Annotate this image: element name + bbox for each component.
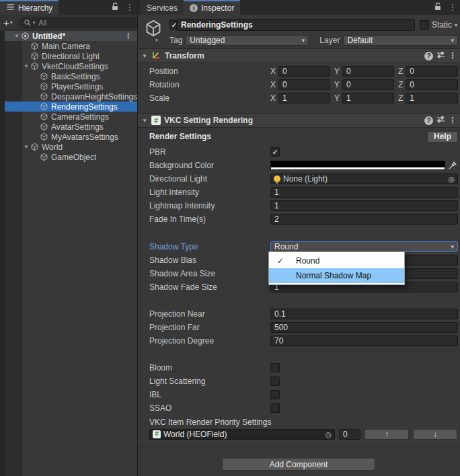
foldout-icon[interactable]: ▼ — [22, 142, 30, 152]
panel-divider[interactable] — [137, 0, 138, 476]
color-swatch[interactable] — [270, 161, 445, 170]
projection-degree-row: Projection Degree 70 — [138, 334, 460, 348]
ssao-checkbox[interactable] — [270, 403, 280, 413]
tree-item-main-camera[interactable]: Main Camera — [5, 41, 137, 51]
layer-dropdown[interactable]: Default ▾ — [343, 35, 458, 46]
lock-icon[interactable] — [110, 1, 120, 13]
rotation-z-field[interactable]: 0 — [406, 79, 458, 90]
tree-item-basicsettings[interactable]: BasicSettings — [5, 71, 137, 81]
shadow-type-dropdown[interactable]: Round ▾ — [270, 241, 458, 252]
menu-item-round[interactable]: ✓ Round — [269, 253, 404, 268]
menu-item-normal-shadow-map[interactable]: Normal Shadow Map — [269, 268, 404, 283]
tree-item-world[interactable]: ▼ World — [5, 142, 137, 152]
inspector-tabbar: Services i Inspector ⋮ — [138, 0, 460, 15]
static-checkbox[interactable] — [420, 20, 429, 30]
object-picker-icon[interactable]: ◎ — [325, 431, 332, 438]
position-z-field[interactable]: 0 — [406, 66, 458, 77]
gameobject-icon-caret[interactable]: ▾ — [155, 38, 158, 43]
scale-z-field[interactable]: 1 — [406, 93, 458, 104]
unity-scene-icon — [21, 32, 30, 40]
tree-item-camerasettings[interactable]: CameraSettings — [5, 112, 137, 122]
directional-light-row: Directional Light None (Light) ◎ — [138, 172, 460, 186]
create-caret-icon: ▾ — [10, 20, 13, 26]
tree-item-myavatarssettings[interactable]: MyAvatarsSettings — [5, 132, 137, 142]
gameobject-name-field[interactable]: RenderingSettings — [176, 19, 415, 31]
bloom-row: Bloom — [138, 361, 460, 374]
chevron-down-icon: ▾ — [451, 36, 454, 45]
projection-degree-field[interactable]: 70 — [270, 335, 458, 346]
hierarchy-tabbar: Hierarchy ⋮ — [0, 0, 137, 15]
tag-label: Tag — [169, 36, 182, 45]
directional-light-object-field[interactable]: None (Light) ◎ — [270, 173, 458, 184]
fade-in-time-field[interactable]: 2 — [270, 214, 458, 225]
tree-item-playersettings[interactable]: PlayerSettings — [5, 81, 137, 91]
unity-editor-window: Hierarchy ⋮ + ▾ ▾ — [0, 0, 460, 476]
rotation-y-field[interactable]: 0 — [342, 79, 394, 90]
help-button[interactable]: Help — [427, 131, 458, 143]
tab-services[interactable]: Services — [141, 0, 184, 15]
panel-menu-icon[interactable]: ⋮ — [449, 3, 457, 11]
gameobject-cube-icon — [40, 153, 48, 161]
vkc-component-header[interactable]: ▼ # VKC Setting Rendering ? ⋮ — [138, 113, 460, 128]
pbr-checkbox[interactable]: ✓ — [270, 147, 280, 157]
ibl-checkbox[interactable] — [270, 390, 280, 399]
foldout-icon[interactable]: ▼ — [141, 53, 148, 59]
tree-item-gameobject[interactable]: GameObject — [5, 152, 137, 162]
scene-menu-icon[interactable]: ⋮ — [124, 32, 132, 40]
gameobject-cube-icon — [40, 132, 48, 141]
component-menu-icon[interactable]: ⋮ — [449, 52, 457, 60]
gameobject-icon[interactable] — [144, 19, 163, 38]
create-button[interactable]: + ▾ — [3, 17, 13, 28]
help-icon[interactable]: ? — [424, 116, 433, 125]
lock-icon[interactable] — [433, 1, 443, 13]
transform-header[interactable]: ▼ Transform ? ⋮ — [138, 48, 460, 63]
eyedropper-icon[interactable] — [447, 160, 458, 171]
scale-y-field[interactable]: 1 — [342, 93, 394, 104]
projection-near-field[interactable]: 0.1 — [270, 309, 458, 319]
info-icon: i — [190, 4, 198, 12]
tree-item-despawnheightsettings[interactable]: DespawnHeightSettings — [5, 91, 137, 102]
move-down-button[interactable]: ↓ — [413, 429, 457, 440]
position-x-field[interactable]: 0 — [278, 66, 330, 77]
inspector-panel: Services i Inspector ⋮ ▾ ✓ RenderingSett… — [138, 0, 460, 476]
bloom-checkbox[interactable] — [270, 363, 280, 372]
scale-x-field[interactable]: 1 — [278, 93, 330, 104]
hierarchy-search[interactable]: ▾ — [19, 17, 141, 28]
light-intensity-field[interactable]: 1 — [270, 187, 458, 198]
tree-item-directional-light[interactable]: Directional Light — [5, 51, 137, 61]
object-picker-icon[interactable]: ◎ — [448, 175, 455, 183]
move-up-button[interactable]: ↑ — [365, 429, 409, 440]
presets-icon[interactable] — [436, 115, 445, 126]
tab-inspector[interactable]: i Inspector — [184, 0, 240, 15]
tab-hierarchy[interactable]: Hierarchy — [0, 0, 59, 15]
foldout-icon[interactable]: ▼ — [141, 118, 148, 124]
tree-item-avatarsettings[interactable]: AvatarSettings — [5, 122, 137, 132]
gameobject-cube-icon — [40, 92, 48, 101]
foldout-icon[interactable]: ▼ — [13, 31, 21, 41]
foldout-icon[interactable]: ▼ — [22, 61, 30, 71]
priority-order-field[interactable]: 0 — [339, 429, 360, 440]
tree-item-renderingsettings[interactable]: RenderingSettings — [5, 102, 137, 112]
projection-far-field[interactable]: 500 — [270, 322, 458, 333]
component-menu-icon[interactable]: ⋮ — [449, 116, 457, 124]
add-component-button[interactable]: Add Component — [222, 458, 375, 471]
search-input[interactable] — [37, 18, 135, 28]
rotation-x-field[interactable]: 0 — [278, 79, 330, 90]
tree-item-vketcloudsettings[interactable]: ▼ VketCloudSettings — [5, 61, 137, 71]
layer-label: Layer — [319, 36, 340, 45]
panel-menu-icon[interactable]: ⋮ — [126, 3, 134, 11]
position-y-field[interactable]: 0 — [342, 66, 394, 77]
gameobject-cube-icon — [40, 122, 48, 131]
scene-row-untitled[interactable]: ▼ Untitled* ⋮ — [5, 31, 137, 41]
lightmap-intensity-field[interactable]: 1 — [270, 200, 458, 211]
help-icon[interactable]: ? — [424, 52, 433, 61]
check-icon: ✓ — [277, 256, 286, 266]
priority-object-field[interactable]: # World (HEOField) ◎ — [149, 429, 335, 440]
render-settings-heading: Render Settings — [149, 132, 211, 141]
tag-dropdown[interactable]: Untagged ▾ — [186, 35, 309, 46]
light-icon — [274, 175, 280, 182]
gameobject-cube-icon — [30, 62, 39, 71]
light-scattering-checkbox[interactable] — [270, 376, 280, 386]
static-caret-icon[interactable]: ▾ — [455, 22, 457, 28]
presets-icon[interactable] — [436, 50, 445, 61]
